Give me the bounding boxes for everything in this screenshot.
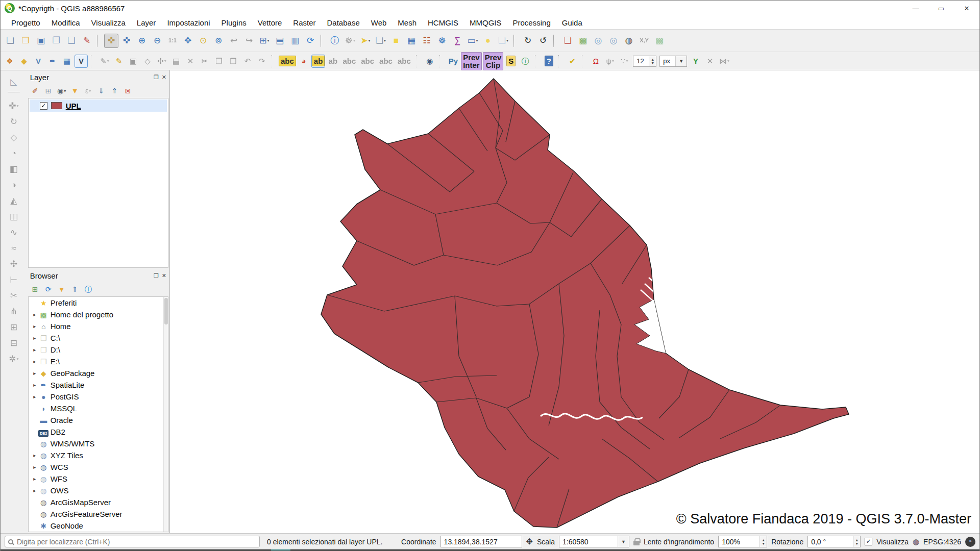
tree-expand-icon[interactable]: ▸ xyxy=(31,488,38,493)
new-project-icon[interactable]: ❏ xyxy=(3,34,17,48)
layer-panel-float-icon[interactable]: ❐ xyxy=(154,74,159,81)
browser-item-geopackage[interactable]: ▸◆GeoPackage xyxy=(29,367,168,379)
browser-item-arcgismapserver[interactable]: ◍ArcGisMapServer xyxy=(29,496,168,508)
magnifier-input[interactable] xyxy=(719,538,760,546)
new-shapefile-layer-icon[interactable]: V xyxy=(32,55,45,68)
refresh-map-icon[interactable]: ⟳ xyxy=(303,34,317,48)
zoom-undo-icon[interactable]: ↺ xyxy=(536,34,550,48)
browser-item-geonode[interactable]: ✱GeoNode xyxy=(29,520,168,532)
locator-search[interactable] xyxy=(5,536,260,547)
zoom-full-icon[interactable]: ✥ xyxy=(181,34,195,48)
menu-hcmgis[interactable]: HCMGIS xyxy=(422,17,464,29)
menu-database[interactable]: Database xyxy=(322,17,365,29)
font-size-spinner[interactable]: 12▲▼ xyxy=(633,56,656,67)
spinner-arrows-icon[interactable]: ▲▼ xyxy=(649,56,656,66)
rotation-spinner[interactable]: ▲▼ xyxy=(807,536,861,547)
new-annotation-icon[interactable]: ❏▾ xyxy=(496,34,510,48)
browser-item-c[interactable]: ▸❒C:\ xyxy=(29,332,168,344)
browser-item-oracle[interactable]: ▬Oracle xyxy=(29,414,168,426)
menu-web[interactable]: Web xyxy=(365,17,393,29)
tree-expand-icon[interactable]: ▸ xyxy=(31,394,38,399)
prev-clip-plugin-icon[interactable]: Prev Clip xyxy=(483,55,504,68)
browser-item-home-del-progetto[interactable]: ▸▩Home del progetto xyxy=(29,309,168,320)
lock-icon[interactable] xyxy=(633,541,640,545)
zoom-out-icon[interactable]: ⊖ xyxy=(150,34,164,48)
menu-vettore[interactable]: Vettore xyxy=(252,17,288,29)
scale-input[interactable] xyxy=(559,538,618,546)
browser-item-ows[interactable]: ▸◍OWS xyxy=(29,485,168,496)
browser-panel-close-icon[interactable]: ✕ xyxy=(162,272,166,279)
show-bookmarks-icon[interactable]: ▥ xyxy=(288,34,302,48)
browser-item-d[interactable]: ▸❒D:\ xyxy=(29,344,168,356)
new-layer-icon[interactable]: ❖ xyxy=(3,55,16,68)
new-virtual-layer-icon[interactable]: V xyxy=(75,55,88,68)
osm-place-search-icon[interactable]: ▩ xyxy=(576,34,590,48)
browser-item-xyz-tiles[interactable]: ▸◍XYZ Tiles xyxy=(29,449,168,461)
toggle-editing-icon[interactable]: ✎ xyxy=(112,55,126,68)
browser-item-arcgisfeatureserver[interactable]: ◍ArcGisFeatureServer xyxy=(29,508,168,520)
georeferencer-icon[interactable]: ▩ xyxy=(652,34,667,48)
remove-layer-icon[interactable]: ⊠ xyxy=(122,85,134,96)
python-console-icon[interactable]: Py xyxy=(447,55,460,68)
prev-inter-plugin-icon[interactable]: Prev Inter xyxy=(461,55,482,68)
manage-map-themes-icon[interactable]: ◉▾ xyxy=(56,85,67,96)
menu-raster[interactable]: Raster xyxy=(287,17,321,29)
tree-expand-icon[interactable]: ▸ xyxy=(31,476,38,482)
maximize-button[interactable]: ▭ xyxy=(928,1,954,16)
menu-processing[interactable]: Processing xyxy=(507,17,556,29)
map-tips-icon[interactable]: ● xyxy=(481,34,495,48)
browser-filter-icon[interactable]: ▼ xyxy=(56,284,67,295)
tracing-icon[interactable]: Y xyxy=(689,55,702,68)
browser-panel-float-icon[interactable]: ❐ xyxy=(154,272,159,279)
tree-expand-icon[interactable]: ▸ xyxy=(31,464,38,470)
browser-properties-icon[interactable]: ⓘ xyxy=(83,284,94,295)
new-mesh-layer-icon[interactable]: ▦ xyxy=(60,55,74,68)
attribute-table-icon[interactable]: ▦ xyxy=(404,34,419,48)
deselect-features-icon[interactable]: ■ xyxy=(389,34,403,48)
pan-to-selection-icon[interactable]: ✜ xyxy=(119,34,134,48)
menu-guida[interactable]: Guida xyxy=(556,17,588,29)
map-canvas[interactable]: © Salvatore Fiandaca 2019 - QGIS 3.7.0-M… xyxy=(170,70,979,533)
road-graph-icon[interactable]: S xyxy=(504,55,518,68)
layer-item-upl[interactable]: ✓ UPL xyxy=(30,99,167,112)
browser-item-preferiti[interactable]: ★Preferiti xyxy=(29,297,168,309)
pin-labels-icon[interactable]: ab xyxy=(311,55,326,68)
browser-item-postgis[interactable]: ▸●PostGIS xyxy=(29,391,168,403)
identify-features-icon[interactable]: ⓘ xyxy=(328,34,342,48)
browser-item-wfs[interactable]: ▸◍WFS xyxy=(29,473,168,485)
render-checkbox[interactable]: ✓ xyxy=(865,538,872,545)
tree-expand-icon[interactable]: ▸ xyxy=(31,382,38,388)
menu-impostazioni[interactable]: Impostazioni xyxy=(161,17,215,29)
save-project-icon[interactable]: ▣ xyxy=(34,34,48,48)
coordinate-input[interactable] xyxy=(441,538,522,546)
new-spatialite-layer-icon[interactable]: ✒ xyxy=(46,55,59,68)
browser-item-spatialite[interactable]: ▸✒SpatiaLite xyxy=(29,379,168,391)
style-manager-icon[interactable]: ✎ xyxy=(80,34,94,48)
add-group-icon[interactable]: ⊞ xyxy=(43,85,54,96)
open-project-icon[interactable]: ❒ xyxy=(18,34,33,48)
whats-this-icon[interactable]: ⓘ xyxy=(519,55,532,68)
tree-expand-icon[interactable]: ▸ xyxy=(31,335,38,341)
menu-mesh[interactable]: Mesh xyxy=(392,17,422,29)
tree-expand-icon[interactable]: ▸ xyxy=(31,347,38,353)
layout-manager-icon[interactable]: ❑ xyxy=(64,34,79,48)
expand-all-icon[interactable]: ⇓ xyxy=(96,85,107,96)
extents-tracking-icon[interactable]: ✥ xyxy=(526,537,533,546)
layer-panel-close-icon[interactable]: ✕ xyxy=(162,74,166,81)
browser-refresh-icon[interactable]: ⟳ xyxy=(43,284,54,295)
select-by-form-icon[interactable]: ❏▾ xyxy=(374,34,388,48)
measure-icon[interactable]: ▭▾ xyxy=(465,34,480,48)
tree-expand-icon[interactable]: ▸ xyxy=(31,312,38,317)
tree-expand-icon[interactable]: ▸ xyxy=(31,323,38,329)
scale-combo[interactable]: ▼ xyxy=(559,536,629,547)
browser-collapse-all-icon[interactable]: ⇑ xyxy=(69,284,81,295)
browser-item-db2[interactable]: DB2DB2 xyxy=(29,426,168,438)
menu-modifica[interactable]: Modifica xyxy=(46,17,86,29)
help-icon[interactable]: ? xyxy=(542,55,555,68)
upl-polygon-layer[interactable] xyxy=(321,79,849,528)
layer-name[interactable]: UPL xyxy=(66,102,81,110)
browser-item-wms-wmts[interactable]: ◍WMS/WMTS xyxy=(29,438,168,449)
menu-progetto[interactable]: Progetto xyxy=(6,17,46,29)
menu-mmqgis[interactable]: MMQGIS xyxy=(464,17,507,29)
browser-item-wcs[interactable]: ▸◍WCS xyxy=(29,461,168,473)
